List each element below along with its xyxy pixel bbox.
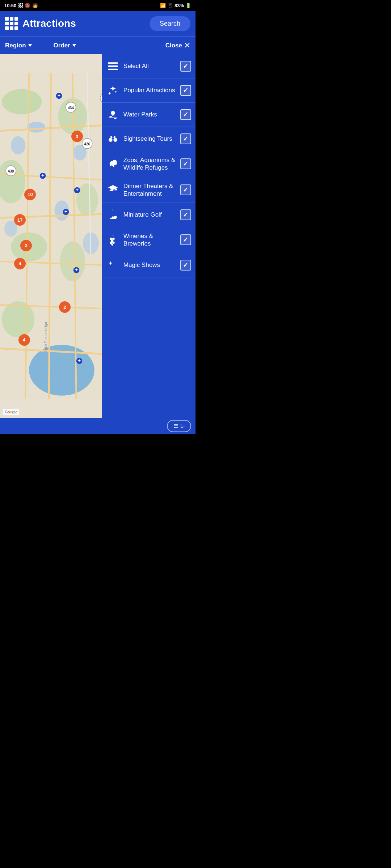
wifi-icon: 📶 xyxy=(160,3,166,8)
dropdown-panel: Select AllPopular AttractionsWater Parks… xyxy=(102,54,196,418)
svg-text:426: 426 xyxy=(84,142,90,146)
status-time: 10:50 xyxy=(4,3,16,8)
checkbox-sightseeing-tours[interactable] xyxy=(180,133,191,144)
svg-point-6 xyxy=(60,242,85,281)
order-filter-button[interactable]: Order xyxy=(54,42,76,49)
category-label-dinner-theaters: Dinner Theaters & Entertainment xyxy=(123,182,177,198)
category-label-zoos: Zoos, Aquariums & Wildlife Refuges xyxy=(123,156,177,172)
dnd-icon: 🔕 xyxy=(25,3,30,8)
list-view-button[interactable]: ☰ Li xyxy=(167,420,191,432)
checkbox-zoos[interactable] xyxy=(180,158,191,169)
checkbox-miniature-golf[interactable] xyxy=(180,209,191,220)
checkbox-popular-attractions[interactable] xyxy=(180,85,191,96)
waterpark-icon xyxy=(106,108,120,122)
main-content: 434 314 426 438 Lake Tohopekaliga 310172… xyxy=(0,54,196,418)
svg-text:434: 434 xyxy=(68,106,74,110)
category-item-select-all[interactable]: Select All xyxy=(102,54,196,78)
svg-point-53 xyxy=(112,242,115,244)
svg-point-43 xyxy=(109,138,113,142)
svg-point-54 xyxy=(111,244,113,246)
category-label-popular-attractions: Popular Attractions xyxy=(123,86,177,94)
elephant-icon xyxy=(106,157,120,171)
svg-point-8 xyxy=(27,122,45,133)
status-bar-right: 📶 📱 83% 🔋 xyxy=(160,3,191,8)
svg-point-1 xyxy=(2,89,42,114)
svg-text:438: 438 xyxy=(8,169,14,173)
category-item-popular-attractions[interactable]: Popular Attractions xyxy=(102,78,196,103)
checkbox-dinner-theaters[interactable] xyxy=(180,184,191,195)
theater-icon xyxy=(106,183,120,197)
list-label: Li xyxy=(180,423,185,429)
header-bar: Attractions Search xyxy=(0,11,196,36)
filter-bar: Region Order Close ✕ xyxy=(0,36,196,54)
category-label-water-parks: Water Parks xyxy=(123,111,177,118)
battery-text: 83% xyxy=(175,3,184,8)
category-item-miniature-golf[interactable]: Miniature Golf xyxy=(102,203,196,227)
svg-rect-40 xyxy=(108,62,118,64)
svg-point-52 xyxy=(110,242,112,244)
svg-point-11 xyxy=(54,200,69,221)
list-icon: ☰ xyxy=(173,423,178,429)
svg-point-9 xyxy=(11,136,25,154)
svg-point-5 xyxy=(11,232,47,261)
checkbox-wineries[interactable] xyxy=(180,234,191,245)
category-label-miniature-golf: Miniature Golf xyxy=(123,211,177,218)
order-arrow-icon xyxy=(72,44,76,47)
svg-point-12 xyxy=(4,221,17,237)
region-filter-button[interactable]: Region xyxy=(5,42,32,49)
grid-menu-icon[interactable] xyxy=(5,17,18,30)
category-item-wineries[interactable]: Wineries & Breweries xyxy=(102,227,196,253)
category-item-magic-shows[interactable]: Magic Shows xyxy=(102,253,196,277)
sparkles-icon xyxy=(106,84,120,97)
svg-point-48 xyxy=(112,209,113,210)
category-item-zoos[interactable]: Zoos, Aquariums & Wildlife Refuges xyxy=(102,151,196,177)
category-item-sightseeing-tours[interactable]: Sightseeing Tours xyxy=(102,127,196,151)
svg-point-7 xyxy=(2,301,34,337)
page-title: Attractions xyxy=(22,18,145,29)
svg-text:Lake Tohopekaliga: Lake Tohopekaliga xyxy=(44,322,48,352)
grapes-icon xyxy=(106,233,120,247)
photo-icon: 🖼 xyxy=(18,3,23,8)
battery-icon: 🔋 xyxy=(185,3,191,8)
region-arrow-icon xyxy=(28,44,32,47)
category-item-dinner-theaters[interactable]: Dinner Theaters & Entertainment xyxy=(102,177,196,203)
magic-icon xyxy=(106,258,120,272)
svg-rect-41 xyxy=(108,65,118,67)
bottom-bar: ☰ Li xyxy=(0,418,196,434)
signal-icon: 📱 xyxy=(167,3,173,8)
map-area: 434 314 426 438 Lake Tohopekaliga 310172… xyxy=(0,54,102,418)
category-label-magic-shows: Magic Shows xyxy=(123,261,177,269)
golf-icon xyxy=(106,208,120,222)
checkbox-magic-shows[interactable] xyxy=(180,260,191,271)
category-label-select-all: Select All xyxy=(123,62,177,70)
close-label: Close xyxy=(165,42,182,49)
category-label-wineries: Wineries & Breweries xyxy=(123,232,177,248)
close-button[interactable]: Close ✕ xyxy=(165,41,190,50)
category-item-water-parks[interactable]: Water Parks xyxy=(102,103,196,127)
category-label-sightseeing-tours: Sightseeing Tours xyxy=(123,135,177,142)
google-logo: Google xyxy=(3,409,19,415)
status-bar-left: 10:50 🖼 🔕 🧑 xyxy=(4,3,38,8)
region-label: Region xyxy=(5,42,26,49)
user-icon: 🧑 xyxy=(32,3,38,8)
checkbox-select-all[interactable] xyxy=(180,61,191,72)
svg-point-44 xyxy=(113,138,117,142)
order-label: Order xyxy=(54,42,70,49)
status-bar: 10:50 🖼 🔕 🧑 📶 📱 83% 🔋 xyxy=(0,0,196,11)
svg-rect-42 xyxy=(108,69,118,70)
svg-point-4 xyxy=(76,183,98,216)
binoculars-icon xyxy=(106,132,120,146)
checkbox-water-parks[interactable] xyxy=(180,109,191,120)
list-icon xyxy=(106,59,120,73)
search-button[interactable]: Search xyxy=(150,16,190,31)
close-x-icon: ✕ xyxy=(184,41,190,50)
